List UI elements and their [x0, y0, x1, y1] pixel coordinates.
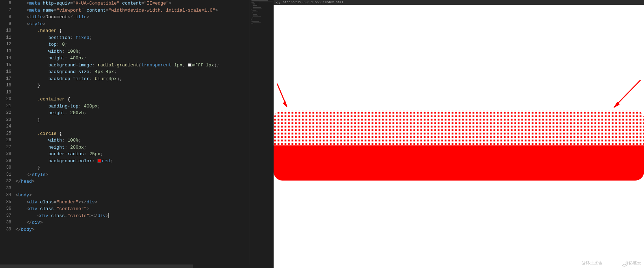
svg-marker-1 — [283, 102, 287, 107]
annotation-arrow-left — [276, 82, 290, 110]
code-line[interactable]: padding-top: 400px; — [15, 103, 274, 110]
watermark-juejin: @稀土掘金 — [582, 260, 603, 266]
line-number: 38 — [0, 219, 11, 226]
code-line[interactable]: </body> — [15, 226, 274, 233]
code-editor-pane[interactable]: 6789101112131415161718192021222324252627… — [0, 0, 274, 268]
line-number: 21 — [0, 103, 11, 110]
watermark-juejin-text: @稀土掘金 — [582, 260, 603, 266]
browser-viewport[interactable]: @稀土掘金 亿速云 — [274, 5, 644, 268]
code-line[interactable]: <div class="container"> — [15, 205, 274, 213]
line-number: 35 — [0, 199, 11, 206]
minimap[interactable] — [249, 0, 274, 268]
line-number: 17 — [0, 76, 11, 83]
code-area[interactable]: <meta http-equiv="X-UA-Compatible" conte… — [15, 0, 274, 268]
code-line[interactable]: </style> — [15, 171, 274, 178]
line-number: 15 — [0, 62, 11, 69]
code-line[interactable]: position: fixed; — [15, 34, 274, 41]
line-number: 36 — [0, 205, 11, 213]
code-line[interactable]: <div class="circle"></div> — [15, 213, 274, 220]
line-number: 23 — [0, 117, 11, 124]
code-line[interactable]: <body> — [15, 192, 274, 199]
code-line[interactable] — [15, 123, 274, 130]
code-line[interactable]: <meta name="viewport" content="width=dev… — [15, 7, 274, 14]
line-number: 13 — [0, 48, 11, 55]
reload-icon[interactable] — [276, 0, 281, 5]
code-line[interactable]: <style> — [15, 21, 274, 28]
line-number: 8 — [0, 14, 11, 21]
line-number: 26 — [0, 137, 11, 144]
watermark-yisu: 亿速云 — [621, 260, 641, 266]
color-swatch-icon — [98, 159, 101, 163]
line-number: 39 — [0, 226, 11, 233]
line-number: 16 — [0, 68, 11, 76]
code-line[interactable]: <div class="header"></div> — [15, 199, 274, 206]
line-number: 14 — [0, 55, 11, 62]
line-number-gutter: 6789101112131415161718192021222324252627… — [0, 0, 15, 268]
code-line[interactable] — [15, 89, 274, 96]
address-bar-url[interactable]: http://127.0.0.1:5500/index.html — [283, 1, 343, 4]
code-line[interactable]: </head> — [15, 178, 274, 185]
code-line[interactable] — [15, 185, 274, 192]
code-line[interactable]: <meta http-equiv="X-UA-Compatible" conte… — [15, 0, 274, 7]
code-line[interactable]: background-size: 4px 4px; — [15, 68, 274, 76]
line-number: 31 — [0, 171, 11, 178]
line-number: 10 — [0, 27, 11, 34]
code-line[interactable]: background-image: radial-gradient(transp… — [15, 62, 274, 69]
code-line[interactable]: background-color: red; — [15, 158, 274, 165]
line-number: 34 — [0, 192, 11, 199]
line-number: 27 — [0, 144, 11, 151]
line-number: 28 — [0, 151, 11, 158]
line-number: 24 — [0, 123, 11, 130]
swirl-icon — [621, 260, 627, 266]
line-number: 7 — [0, 7, 11, 14]
browser-toolbar: http://127.0.0.1:5500/index.html — [274, 0, 644, 5]
code-line[interactable]: </div> — [15, 219, 274, 226]
line-number: 25 — [0, 130, 11, 137]
demo-header-overlay — [274, 5, 644, 145]
line-number: 33 — [0, 185, 11, 192]
scrollbar-thumb[interactable] — [0, 264, 193, 268]
line-number: 32 — [0, 178, 11, 185]
watermark-yisu-text: 亿速云 — [629, 260, 641, 266]
line-number: 20 — [0, 96, 11, 103]
code-line[interactable]: height: 400px; — [15, 55, 274, 62]
line-number: 37 — [0, 213, 11, 220]
line-number: 18 — [0, 82, 11, 89]
annotation-arrow-right — [610, 79, 642, 110]
line-number: 12 — [0, 41, 11, 48]
code-line[interactable]: border-radius: 25px; — [15, 151, 274, 158]
text-cursor — [108, 213, 109, 218]
code-line[interactable]: .header { — [15, 27, 274, 34]
line-number: 19 — [0, 89, 11, 96]
line-number: 9 — [0, 21, 11, 28]
code-line[interactable]: width: 100%; — [15, 137, 274, 144]
code-line[interactable]: } — [15, 82, 274, 89]
code-line[interactable]: .circle { — [15, 130, 274, 137]
code-line[interactable]: width: 100%; — [15, 48, 274, 55]
code-line[interactable]: height: 200vh; — [15, 110, 274, 117]
code-line[interactable]: } — [15, 164, 274, 171]
code-line[interactable]: <title>Document</title> — [15, 14, 274, 21]
code-line[interactable]: } — [15, 117, 274, 124]
line-number: 29 — [0, 158, 11, 165]
line-number: 6 — [0, 0, 11, 7]
browser-preview-pane: http://127.0.0.1:5500/index.html @稀土掘金 亿… — [274, 0, 644, 268]
code-line[interactable]: height: 200px; — [15, 144, 274, 151]
color-swatch-icon — [188, 63, 192, 67]
code-line[interactable]: top: 0; — [15, 41, 274, 48]
horizontal-scrollbar[interactable] — [0, 264, 274, 268]
code-line[interactable]: backdrop-filter: blur(4px); — [15, 76, 274, 83]
line-number: 11 — [0, 34, 11, 41]
line-number: 22 — [0, 110, 11, 117]
line-number: 30 — [0, 164, 11, 171]
code-line[interactable]: .container { — [15, 96, 274, 103]
